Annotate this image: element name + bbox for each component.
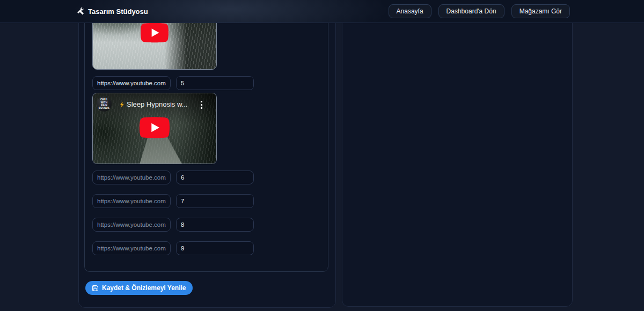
video-url-input-9[interactable] xyxy=(92,241,171,255)
video-embed[interactable]: CHILL WITH RAIN SOUNDS Sleep Hypnosis w.… xyxy=(92,93,217,164)
video-order-input-5[interactable] xyxy=(176,76,254,90)
video-order-input-8[interactable] xyxy=(176,218,254,232)
video-url-input-7[interactable] xyxy=(92,194,171,208)
video-order-input-6[interactable] xyxy=(176,171,254,184)
more-options-icon[interactable] xyxy=(201,101,202,109)
video-url-input-5[interactable] xyxy=(92,76,171,90)
nav-home-button[interactable]: Anasayfa xyxy=(389,4,431,18)
video-order-input-7[interactable] xyxy=(176,194,254,208)
video-title[interactable]: Sleep Hypnosis w... xyxy=(119,100,200,108)
save-button-label: Kaydet & Önizlemeyi Yenile xyxy=(102,284,186,292)
video-url-input-6[interactable] xyxy=(92,171,171,184)
lightning-icon xyxy=(119,101,125,108)
channel-avatar[interactable]: CHILL WITH RAIN SOUNDS xyxy=(97,97,112,112)
nav-dashboard-button[interactable]: Dashboard'a Dön xyxy=(438,4,504,18)
nav-links: Anasayfa Dashboard'a Dön Mağazamı Gör xyxy=(389,4,570,18)
youtube-play-icon[interactable] xyxy=(141,23,169,45)
preview-panel xyxy=(342,0,573,307)
brand-label: Tasarım Stüdyosu xyxy=(88,8,148,16)
save-icon xyxy=(92,285,99,292)
youtube-play-icon[interactable] xyxy=(140,117,170,140)
page-root: CHILL WITH RAIN SOUNDS Sleep Hypnosis w.… xyxy=(0,0,644,311)
hammer-wrench-icon xyxy=(77,8,84,15)
video-url-input-8[interactable] xyxy=(92,218,171,232)
nav-view-store-button[interactable]: Mağazamı Gör xyxy=(511,4,570,18)
brand: Tasarım Stüdyosu xyxy=(77,8,148,16)
top-navbar: Tasarım Stüdyosu Anasayfa Dashboard'a Dö… xyxy=(0,0,644,23)
video-title-text: Sleep Hypnosis w... xyxy=(127,100,187,108)
video-order-input-9[interactable] xyxy=(176,241,254,255)
save-refresh-button[interactable]: Kaydet & Önizlemeyi Yenile xyxy=(85,281,193,295)
